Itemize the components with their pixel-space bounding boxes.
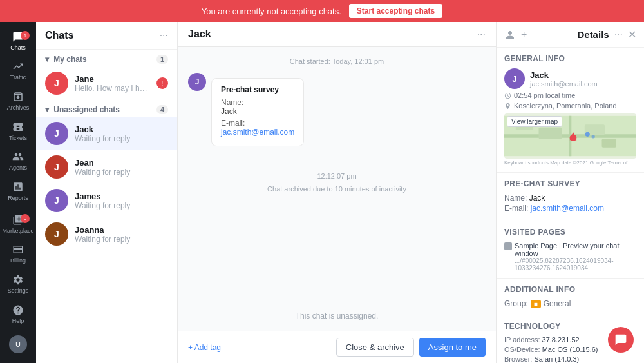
james-avatar: J bbox=[45, 189, 68, 212]
chat-item-james[interactable]: J James Waiting for reply bbox=[36, 184, 177, 217]
agents-icon bbox=[12, 151, 24, 162]
billing-icon bbox=[12, 244, 24, 255]
chat-item-jane[interactable]: J Jane Hello. How may I help you? ! bbox=[36, 66, 177, 100]
chat-item-jack[interactable]: J Jack Waiting for reply bbox=[36, 117, 177, 150]
chats-sidebar: Chats ··· ▾ My chats 1 J Jane Hello. How… bbox=[36, 22, 178, 363]
traffic-icon bbox=[12, 61, 24, 72]
jean-name: Jean bbox=[75, 158, 168, 168]
pre-chat-name-row: Name: Jack bbox=[221, 98, 294, 116]
jack-msg-avatar: J bbox=[188, 73, 206, 91]
chat-footer-actions: Close & archive Assign to me bbox=[336, 338, 486, 357]
add-person-button[interactable]: + bbox=[521, 29, 527, 41]
survey-name-row: Name: Jack bbox=[504, 193, 636, 202]
general-info-avatar: J bbox=[504, 68, 525, 89]
marketplace-label: Marketplace bbox=[2, 228, 33, 234]
jane-avatar: J bbox=[45, 72, 68, 95]
chat-item-jean[interactable]: J Jean Waiting for reply bbox=[36, 150, 177, 184]
sidebar-item-settings[interactable]: Settings bbox=[3, 270, 33, 298]
add-tag-button[interactable]: + Add tag bbox=[188, 343, 221, 352]
joanna-avatar: J bbox=[45, 222, 68, 246]
my-chats-label: ▾ My chats bbox=[45, 55, 87, 64]
visited-page-info: Sample Page | Preview your chat window .… bbox=[515, 242, 636, 271]
tickets-label: Tickets bbox=[9, 135, 27, 141]
general-info-email: jac.smith@email.com bbox=[530, 80, 598, 88]
sidebar-item-archives[interactable]: Archives bbox=[3, 87, 33, 115]
my-chats-chevron[interactable]: ▾ bbox=[45, 55, 49, 64]
additional-group-row: Group: ■ General bbox=[504, 299, 636, 308]
details-close-button[interactable]: ✕ bbox=[628, 28, 636, 41]
details-menu-button[interactable]: ··· bbox=[614, 29, 623, 41]
sidebar-item-marketplace[interactable]: 0 Marketplace bbox=[3, 210, 33, 238]
reports-label: Reports bbox=[8, 195, 28, 201]
notification-bar: You are currently not accepting chats. S… bbox=[0, 0, 644, 22]
sidebar-menu-button[interactable]: ··· bbox=[160, 30, 168, 41]
jack-name: Jack bbox=[75, 124, 168, 134]
joanna-info: Joanna Waiting for reply bbox=[75, 225, 168, 244]
general-info-time: 02:54 pm local time bbox=[504, 92, 636, 99]
sidebar-item-chats[interactable]: 1 Chats bbox=[3, 27, 33, 55]
jack-info: Jack Waiting for reply bbox=[75, 124, 168, 143]
view-larger-map-button[interactable]: View larger map bbox=[507, 116, 562, 127]
pre-chat-bubble: Pre-chat survey Name: Jack E-mail: jac.s… bbox=[211, 78, 304, 146]
assign-to-me-button[interactable]: Assign to me bbox=[419, 338, 486, 357]
settings-label: Settings bbox=[8, 288, 29, 294]
james-name: James bbox=[75, 191, 168, 201]
additional-info-title: Additional info bbox=[504, 285, 636, 294]
unassigned-count: 4 bbox=[156, 105, 168, 114]
start-accepting-button[interactable]: Start accepting chats bbox=[349, 4, 442, 18]
jack-avatar: J bbox=[45, 122, 68, 145]
chat-menu-button[interactable]: ··· bbox=[477, 28, 486, 40]
sidebar-item-traffic[interactable]: Traffic bbox=[3, 57, 33, 85]
pre-chat-message: J Pre-chat survey Name: Jack E-mail: jac… bbox=[188, 73, 486, 146]
user-avatar-nav[interactable]: U bbox=[3, 330, 33, 358]
notification-text: You are currently not accepting chats. bbox=[202, 6, 341, 16]
visited-pages-title: Visited pages bbox=[504, 228, 636, 237]
svg-point-10 bbox=[591, 135, 594, 138]
person-icon bbox=[504, 29, 516, 41]
jean-sub: Waiting for reply bbox=[75, 168, 168, 177]
location-icon bbox=[504, 103, 511, 110]
details-header-icons: Details ··· ✕ bbox=[577, 28, 636, 41]
pre-chat-name-val: Jack bbox=[221, 107, 237, 116]
jane-info: Jane Hello. How may I help you? bbox=[75, 74, 150, 93]
archives-icon bbox=[12, 91, 24, 103]
user-avatar: U bbox=[9, 335, 27, 353]
chat-item-joanna[interactable]: J Joanna Waiting for reply bbox=[36, 217, 177, 251]
sidebar-header: Chats ··· bbox=[36, 22, 177, 50]
group-name: General bbox=[544, 299, 571, 308]
browser-val: Safari (14.0.3) bbox=[534, 355, 579, 363]
archived-time: 12:12:07 pm bbox=[188, 172, 486, 180]
map-credit: Keyboard shortcuts Map data ©2021 Google… bbox=[504, 160, 636, 166]
unassigned-chevron[interactable]: ▾ bbox=[45, 105, 49, 114]
james-info: James Waiting for reply bbox=[75, 191, 168, 210]
sidebar-item-reports[interactable]: Reports bbox=[3, 177, 33, 205]
unassigned-chats-section-header: ▾ Unassigned chats 4 bbox=[36, 100, 177, 117]
my-chats-section-header: ▾ My chats 1 bbox=[36, 50, 177, 66]
unassigned-label: ▾ Unassigned chats bbox=[45, 105, 120, 114]
sidebar-item-help[interactable]: Help bbox=[3, 300, 33, 328]
chats-label: Chats bbox=[10, 44, 26, 51]
sidebar-item-agents[interactable]: Agents bbox=[3, 148, 33, 175]
chat-footer: + Add tag Close & archive Assign to me bbox=[178, 331, 496, 363]
additional-info-section: Additional info Group: ■ General bbox=[497, 279, 644, 315]
chat-header: Jack ··· bbox=[178, 22, 496, 47]
chats-badge: 1 bbox=[21, 31, 30, 40]
sidebar-item-tickets[interactable]: Tickets bbox=[3, 117, 33, 145]
general-info-local-time: 02:54 pm local time bbox=[514, 92, 575, 99]
jean-info: Jean Waiting for reply bbox=[75, 158, 168, 177]
floating-chat-button[interactable] bbox=[608, 327, 634, 353]
unassigned-notice: This chat is unassigned. bbox=[188, 311, 486, 320]
sidebar-title: Chats bbox=[45, 30, 73, 41]
visited-pages-section: Visited pages Sample Page | Preview your… bbox=[497, 221, 644, 279]
help-label: Help bbox=[12, 318, 24, 324]
close-archive-button[interactable]: Close & archive bbox=[336, 338, 414, 357]
browser-row: Browser: Safari (14.0.3) bbox=[504, 355, 636, 363]
group-badge: ■ bbox=[531, 300, 541, 308]
tickets-icon bbox=[12, 121, 24, 133]
sidebar-item-billing[interactable]: Billing bbox=[3, 240, 33, 268]
survey-email-row: E-mail: jac.smith@email.com bbox=[504, 204, 636, 213]
chat-title: Jack bbox=[188, 28, 211, 40]
page-icon bbox=[504, 242, 512, 250]
visited-page-row: Sample Page | Preview your chat window .… bbox=[504, 242, 636, 271]
jane-unread-badge: ! bbox=[156, 77, 168, 89]
